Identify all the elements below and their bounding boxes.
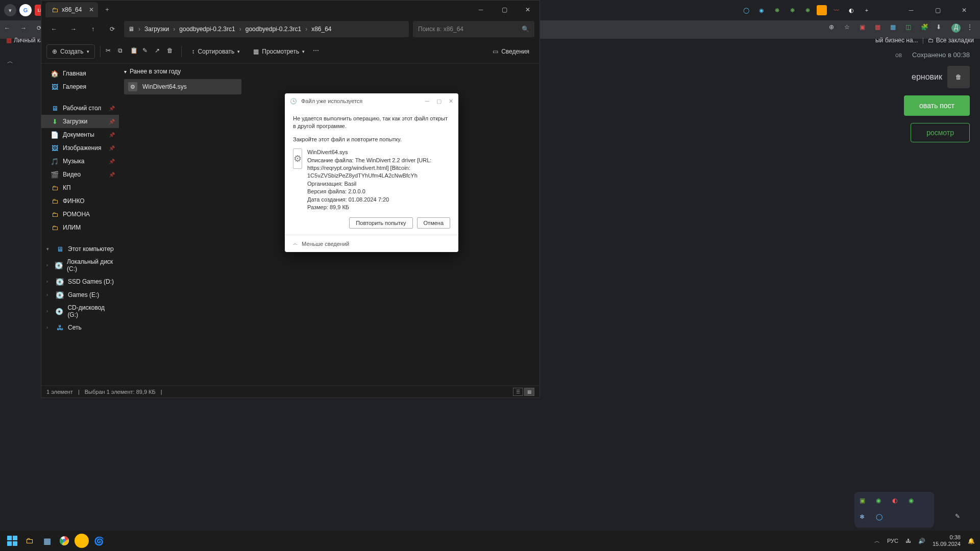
dialog-max-icon[interactable]: ▢ — [436, 98, 442, 105]
nav-forward-icon[interactable]: → — [66, 21, 81, 37]
ext4-icon[interactable]: ◫ — [905, 23, 915, 33]
list-view-icon[interactable]: ☰ — [513, 388, 523, 396]
bc-seg[interactable]: goodbyedpi-0.2.3rc1 — [246, 26, 301, 33]
sidebar-item-video[interactable]: 🎬Видео📌 — [41, 168, 119, 181]
cancel-button[interactable]: Отмена — [417, 217, 450, 229]
explorer-tab[interactable]: 🗀 x86_64 ✕ — [45, 2, 98, 17]
sidebar-item-network[interactable]: ›🖧Сеть — [41, 321, 119, 334]
nav-refresh-icon[interactable]: ⟳ — [105, 21, 120, 37]
taskbar-chrome-icon[interactable] — [57, 534, 71, 548]
bc-seg[interactable]: x86_64 — [311, 26, 331, 33]
tray-icon-1[interactable]: ▣ — [860, 497, 869, 506]
tray-icon-4[interactable]: ◉ — [909, 497, 918, 506]
chevron-right-icon[interactable]: › — [46, 292, 52, 297]
fewer-details-toggle[interactable]: ︿ Меньше сведений — [285, 235, 458, 252]
taskbar-explorer-icon[interactable]: 🗀 — [22, 534, 37, 548]
preview-button[interactable]: росмотр — [911, 123, 970, 142]
bc-seg[interactable]: goodbyedpi-0.2.3rc1 — [179, 26, 235, 33]
cut-icon[interactable]: ✂ — [106, 47, 115, 56]
publish-button[interactable]: овать пост — [904, 95, 970, 116]
collapse-panel-icon[interactable]: ︿ — [7, 57, 13, 66]
profile-icon[interactable]: Д — [951, 23, 961, 33]
notifications-icon[interactable]: 🔔 — [968, 538, 975, 544]
browser-tab-4[interactable]: ◉ — [755, 4, 768, 16]
download-icon[interactable]: ⬇ — [936, 23, 945, 33]
sidebar-item-desktop[interactable]: 🖥Рабочий стол📌 — [41, 102, 119, 115]
ext2-icon[interactable]: ▦ — [875, 23, 884, 33]
dialog-close-icon[interactable]: ✕ — [449, 98, 453, 105]
volume-tray-icon[interactable]: 🔊 — [918, 538, 925, 544]
sidebar-item-folder[interactable]: 🗀КП — [41, 181, 119, 194]
bc-seg[interactable]: Загрузки — [144, 26, 169, 33]
breadcrumb[interactable]: 🖥› Загрузки› goodbyedpi-0.2.3rc1› goodby… — [124, 21, 409, 37]
delete-icon[interactable]: 🗑 — [167, 47, 176, 56]
close-icon[interactable]: ✕ — [516, 1, 540, 19]
retry-button[interactable]: Повторить попытку — [349, 217, 412, 229]
ext1-icon[interactable]: ▣ — [860, 23, 869, 33]
taskbar-app-icon[interactable] — [75, 534, 89, 548]
paste-icon[interactable]: 📋 — [130, 47, 139, 56]
sidebar-item-drive[interactable]: ›💽SSD Games (D:) — [41, 275, 119, 288]
language-indicator[interactable]: РУС — [887, 538, 898, 544]
maximize-icon[interactable]: ▢ — [493, 1, 516, 19]
copy-icon[interactable]: ⧉ — [118, 47, 127, 56]
view-button[interactable]: ▦Просмотреть▾ — [248, 45, 310, 58]
tray-icon-5[interactable]: ❄ — [860, 513, 869, 522]
browser-min-icon[interactable]: ─ — [899, 1, 923, 19]
clock[interactable]: 0:38 15.09.2024 — [933, 534, 961, 547]
tab-menu-icon[interactable]: ▾ — [4, 4, 16, 16]
browser-tab-5[interactable]: ❋ — [771, 4, 783, 16]
tray-icon-2[interactable]: ◉ — [876, 497, 885, 506]
tray-icon-3[interactable]: ◐ — [892, 497, 901, 506]
sidebar-item-home[interactable]: 🏠Главная — [41, 67, 119, 80]
sidebar-item-pictures[interactable]: 🖼Изображения📌 — [41, 141, 119, 155]
sidebar-item-drive[interactable]: ›💽Games (E:) — [41, 288, 119, 302]
menu-icon[interactable]: ⋮ — [967, 23, 976, 33]
browser-tab-3[interactable]: ◯ — [740, 4, 752, 16]
nav-back-icon[interactable]: ← — [46, 21, 62, 37]
nav-up-icon[interactable]: ↑ — [85, 21, 101, 37]
group-header[interactable]: ▾Ранее в этом году — [124, 68, 534, 75]
puzzle-icon[interactable]: 🧩 — [921, 23, 930, 33]
sidebar-item-drive[interactable]: ›💿CD-дисковод (G:) — [41, 302, 119, 321]
browser-newtab[interactable]: + — [861, 4, 873, 16]
share-icon[interactable]: ↗ — [155, 47, 164, 56]
sidebar-item-documents[interactable]: 📄Документы📌 — [41, 128, 119, 141]
browser-tab-7[interactable]: ❋ — [801, 4, 814, 16]
sidebar-item-folder[interactable]: 🗀ИЛИМ — [41, 221, 119, 234]
minimize-icon[interactable]: ─ — [469, 1, 493, 19]
all-bookmarks[interactable]: 🗀Все закладки — [928, 37, 974, 44]
chevron-right-icon[interactable]: › — [46, 279, 52, 284]
zoom-icon[interactable]: ⊕ — [829, 23, 838, 33]
delete-button[interactable]: 🗑 — [947, 66, 970, 88]
browser-tab-1[interactable]: G — [19, 4, 32, 16]
browser-close-icon[interactable]: ✕ — [952, 1, 976, 19]
network-tray-icon[interactable]: 🖧 — [905, 538, 911, 544]
sidebar-item-gallery[interactable]: 🖼Галерея — [41, 80, 119, 93]
create-button[interactable]: ⊕Создать▾ — [46, 44, 95, 59]
bookmark-item-2[interactable]: ый бизнес на... — [875, 37, 918, 44]
browser-max-icon[interactable]: ▢ — [926, 1, 949, 19]
grid-view-icon[interactable]: ▦ — [524, 388, 534, 396]
browser-tab-10[interactable]: ◐ — [845, 4, 857, 16]
sidebar-item-folder[interactable]: 🗀ФИНКО — [41, 194, 119, 208]
start-button[interactable] — [5, 534, 19, 548]
browser-tab-9[interactable]: 〰 — [830, 4, 842, 16]
dialog-min-icon[interactable]: ─ — [425, 98, 429, 105]
chevron-down-icon[interactable]: ▾ — [46, 246, 52, 252]
sidebar-item-downloads[interactable]: ⬇Загрузки📌 — [41, 115, 119, 128]
edit-fab[interactable]: ✎ — [950, 509, 965, 523]
file-item[interactable]: ⚙ WinDivert64.sys — [124, 79, 241, 94]
sidebar-item-drive[interactable]: ›💽Локальный диск (C:) — [41, 256, 119, 275]
sidebar-item-music[interactable]: 🎵Музыка📌 — [41, 155, 119, 168]
tray-chevron-icon[interactable]: ︿ — [874, 537, 880, 545]
more-icon[interactable]: ⋯ — [313, 47, 322, 56]
new-tab-button[interactable]: + — [105, 6, 109, 13]
chevron-right-icon[interactable]: › — [46, 325, 52, 330]
details-button[interactable]: ▭Сведения — [487, 45, 534, 58]
sidebar-item-thispc[interactable]: ▾🖥Этот компьютер — [41, 242, 119, 256]
tray-icon-6[interactable]: ◯ — [876, 513, 885, 522]
sort-button[interactable]: ↕Сортировать▾ — [187, 45, 246, 58]
browser-tab-6[interactable]: ❋ — [786, 4, 798, 16]
ext3-icon[interactable]: ▦ — [890, 23, 899, 33]
